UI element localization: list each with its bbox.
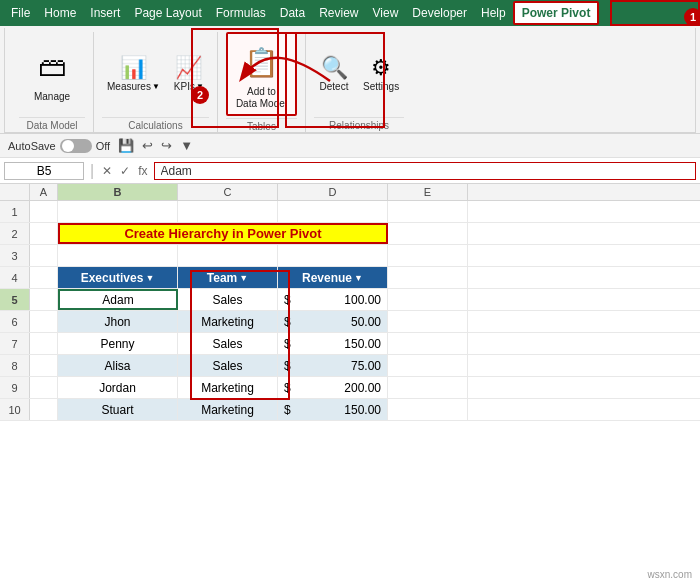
cell-d3[interactable] (278, 245, 388, 266)
cell-c8[interactable]: Sales (178, 355, 278, 376)
ribbon-group-data-model: 🗃 Manage Data Model (11, 32, 94, 132)
cell-b3[interactable] (58, 245, 178, 266)
cell-d4-header[interactable]: Revenue ▼ (278, 267, 388, 288)
menu-insert[interactable]: Insert (83, 3, 127, 23)
cell-b1[interactable] (58, 201, 178, 222)
cell-c9[interactable]: Marketing (178, 377, 278, 398)
column-headers: A B C D E (0, 184, 700, 201)
name-box[interactable] (4, 162, 84, 180)
cell-e10[interactable] (388, 399, 468, 420)
cell-c1[interactable] (178, 201, 278, 222)
col-header-a[interactable]: A (30, 184, 58, 200)
autosave-toggle[interactable]: AutoSave Off (8, 139, 110, 153)
formula-bar-separator: | (88, 162, 96, 180)
settings-icon: ⚙ (371, 55, 391, 81)
row-num-9: 9 (0, 377, 30, 398)
executives-dropdown-icon[interactable]: ▼ (145, 273, 154, 283)
manage-button[interactable]: 🗃 Manage (19, 38, 85, 108)
cell-e9[interactable] (388, 377, 468, 398)
menu-help[interactable]: Help (474, 3, 513, 23)
measures-icon: 📊 (120, 55, 147, 81)
cell-a8[interactable] (30, 355, 58, 376)
col-header-d[interactable]: D (278, 184, 388, 200)
cell-e6[interactable] (388, 311, 468, 332)
manage-icon: 🗃 (28, 43, 76, 91)
cell-e4[interactable] (388, 267, 468, 288)
cell-a10[interactable] (30, 399, 58, 420)
cancel-formula-icon[interactable]: ✕ (100, 164, 114, 178)
cell-c10[interactable]: Marketing (178, 399, 278, 420)
confirm-formula-icon[interactable]: ✓ (118, 164, 132, 178)
cell-a5[interactable] (30, 289, 58, 310)
settings-button[interactable]: ⚙ Settings (358, 52, 404, 96)
cell-c3[interactable] (178, 245, 278, 266)
formula-input[interactable] (154, 162, 697, 180)
menu-review[interactable]: Review (312, 3, 365, 23)
col-header-c[interactable]: C (178, 184, 278, 200)
cell-b2-title[interactable]: Create Hierarchy in Power Pivot (58, 223, 388, 244)
col-header-b[interactable]: B (58, 184, 178, 200)
menu-developer[interactable]: Developer (405, 3, 474, 23)
toggle-switch[interactable] (60, 139, 92, 153)
redo-icon[interactable]: ↪ (161, 138, 172, 153)
detect-icon: 🔍 (321, 55, 348, 81)
formula-bar: | ✕ ✓ fx (0, 158, 700, 184)
cell-b5[interactable]: Adam (58, 289, 178, 310)
add-to-data-model-button[interactable]: 📋 Add to Data Model (226, 32, 297, 116)
cell-d6[interactable]: $50.00 (278, 311, 388, 332)
cell-e5[interactable] (388, 289, 468, 310)
menu-home[interactable]: Home (37, 3, 83, 23)
menu-page-layout[interactable]: Page Layout (127, 3, 208, 23)
cell-a4[interactable] (30, 267, 58, 288)
measures-dropdown-icon[interactable]: ▼ (152, 82, 160, 91)
cell-e7[interactable] (388, 333, 468, 354)
insert-function-icon[interactable]: fx (136, 164, 149, 178)
cell-d10[interactable]: $150.00 (278, 399, 388, 420)
cell-b8[interactable]: Alisa (58, 355, 178, 376)
cell-e2[interactable] (388, 223, 468, 244)
menu-view[interactable]: View (366, 3, 406, 23)
cell-a3[interactable] (30, 245, 58, 266)
cell-c4-header[interactable]: Team ▼ (178, 267, 278, 288)
cell-a6[interactable] (30, 311, 58, 332)
menu-power-pivot[interactable]: Power Pivot (513, 1, 600, 25)
cell-d9[interactable]: $200.00 (278, 377, 388, 398)
cell-a7[interactable] (30, 333, 58, 354)
cell-d5[interactable]: $100.00 (278, 289, 388, 310)
menu-file[interactable]: File (4, 3, 37, 23)
autosave-label: AutoSave (8, 140, 56, 152)
watermark: wsxn.com (648, 569, 692, 580)
team-dropdown-icon[interactable]: ▼ (239, 273, 248, 283)
cell-b6[interactable]: Jhon (58, 311, 178, 332)
cell-d7[interactable]: $150.00 (278, 333, 388, 354)
cell-e8[interactable] (388, 355, 468, 376)
revenue-dropdown-icon[interactable]: ▼ (354, 273, 363, 283)
spreadsheet: A B C D E 1 2 Create Hierarchy in Power … (0, 184, 700, 421)
cell-c6[interactable]: Marketing (178, 311, 278, 332)
autosave-icons: 💾 ↩ ↪ ▼ (118, 138, 193, 153)
cell-a2[interactable] (30, 223, 58, 244)
cell-c7[interactable]: Sales (178, 333, 278, 354)
cell-b9[interactable]: Jordan (58, 377, 178, 398)
undo-icon[interactable]: ↩ (142, 138, 153, 153)
measures-button[interactable]: 📊 Measures ▼ (102, 52, 165, 96)
cell-a1[interactable] (30, 201, 58, 222)
customize-icon[interactable]: ▼ (180, 138, 193, 153)
cell-d8[interactable]: $75.00 (278, 355, 388, 376)
col-header-e[interactable]: E (388, 184, 468, 200)
autosave-status: Off (96, 140, 110, 152)
cell-b4-header[interactable]: Executives ▼ (58, 267, 178, 288)
cell-e1[interactable] (388, 201, 468, 222)
cell-e3[interactable] (388, 245, 468, 266)
menu-data[interactable]: Data (273, 3, 312, 23)
cell-b7[interactable]: Penny (58, 333, 178, 354)
cell-c5[interactable]: Sales (178, 289, 278, 310)
detect-button[interactable]: 🔍 Detect (314, 52, 354, 96)
menu-formulas[interactable]: Formulas (209, 3, 273, 23)
cell-b10[interactable]: Stuart (58, 399, 178, 420)
save-icon[interactable]: 💾 (118, 138, 134, 153)
cell-a9[interactable] (30, 377, 58, 398)
ribbon-group-relationships: 🔍 Detect ⚙ Settings Relationships (306, 32, 412, 132)
table-row: 3 (0, 245, 700, 267)
cell-d1[interactable] (278, 201, 388, 222)
